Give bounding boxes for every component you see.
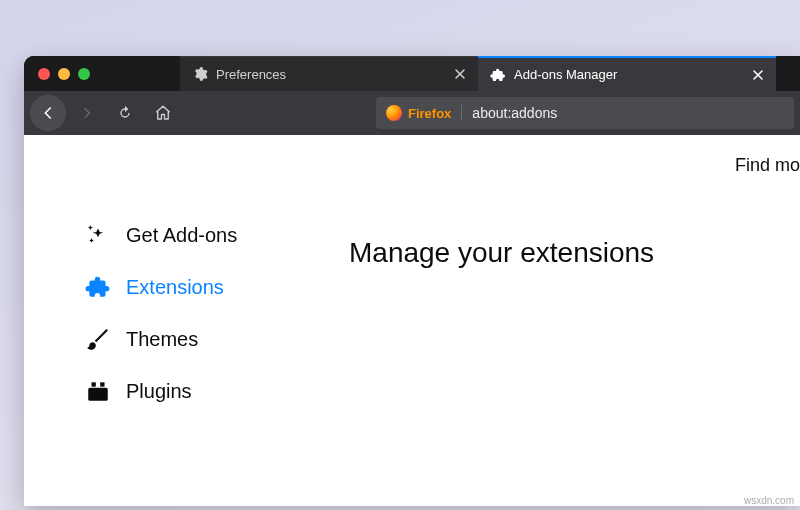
sparkle-icon	[84, 221, 112, 249]
sidebar-item-label: Extensions	[126, 276, 224, 299]
page-heading: Manage your extensions	[349, 237, 800, 269]
sidebar-item-label: Get Add-ons	[126, 224, 237, 247]
minimize-window-button[interactable]	[58, 68, 70, 80]
back-button[interactable]	[30, 95, 66, 131]
svg-rect-1	[92, 382, 96, 386]
sidebar-item-plugins[interactable]: Plugins	[84, 365, 349, 417]
tab-spacer	[104, 56, 180, 91]
find-more-link[interactable]: Find mo	[735, 155, 800, 176]
puzzle-piece-icon	[490, 67, 506, 83]
identity-chip[interactable]: Firefox	[386, 105, 462, 121]
sidebar-item-themes[interactable]: Themes	[84, 313, 349, 365]
addons-sidebar: Get Add-ons Extensions Themes	[24, 135, 349, 506]
addons-main: Find mo Manage your extensions	[349, 135, 800, 506]
tab-label: Preferences	[216, 67, 452, 82]
desktop-background: Preferences Add-ons Manager	[0, 0, 800, 510]
url-text: about:addons	[472, 105, 557, 121]
close-window-button[interactable]	[38, 68, 50, 80]
tab-strip: Preferences Add-ons Manager	[24, 56, 800, 91]
svg-rect-0	[88, 388, 108, 401]
zoom-window-button[interactable]	[78, 68, 90, 80]
browser-window: Preferences Add-ons Manager	[24, 56, 800, 506]
tab-label: Add-ons Manager	[514, 67, 750, 82]
home-button[interactable]	[146, 96, 180, 130]
gear-icon	[192, 66, 208, 82]
window-controls	[24, 56, 104, 91]
reload-button[interactable]	[108, 96, 142, 130]
firefox-logo-icon	[386, 105, 402, 121]
tab-close-button[interactable]	[452, 66, 468, 82]
tab-close-button[interactable]	[750, 67, 766, 83]
sidebar-item-label: Plugins	[126, 380, 192, 403]
url-bar[interactable]: Firefox about:addons	[376, 97, 794, 129]
svg-rect-2	[100, 382, 104, 386]
sidebar-item-extensions[interactable]: Extensions	[84, 261, 349, 313]
paintbrush-icon	[84, 325, 112, 353]
sidebar-item-label: Themes	[126, 328, 198, 351]
tab-addons-manager[interactable]: Add-ons Manager	[478, 56, 776, 91]
navigation-toolbar: Firefox about:addons	[24, 91, 800, 135]
watermark: wsxdn.com	[744, 495, 794, 506]
sidebar-item-get-addons[interactable]: Get Add-ons	[84, 209, 349, 261]
plugin-icon	[84, 377, 112, 405]
puzzle-piece-icon	[84, 273, 112, 301]
identity-brand: Firefox	[408, 106, 451, 121]
forward-button	[70, 96, 104, 130]
addons-page: Get Add-ons Extensions Themes	[24, 135, 800, 506]
tab-preferences[interactable]: Preferences	[180, 56, 478, 91]
